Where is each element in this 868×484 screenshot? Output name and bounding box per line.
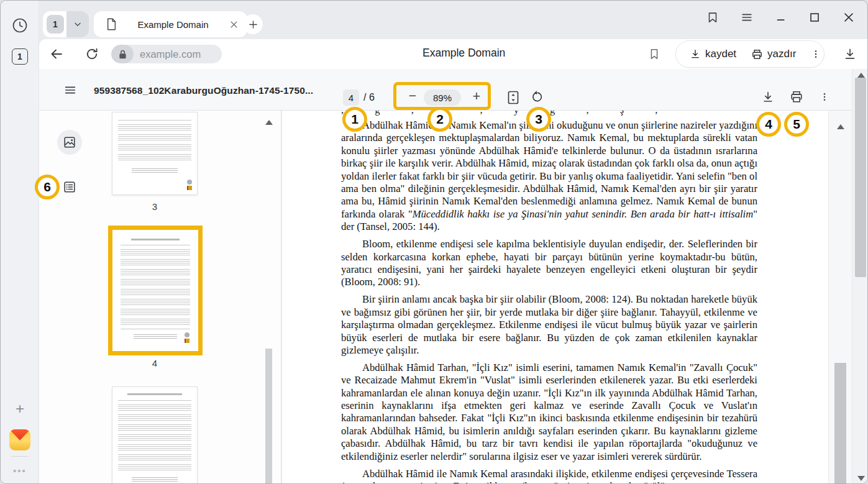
tab-counter-badge[interactable]: 1 [12, 48, 28, 65]
tab-title: Example Domain [117, 19, 229, 30]
window-close-button[interactable] [842, 11, 856, 24]
page-thumbnail-3[interactable] [112, 112, 197, 194]
page-thumbnail-4[interactable] [116, 234, 194, 347]
url-text: example.com [140, 45, 201, 63]
pdf-toolbar: 959387568_102KaraburguOğuzhan-1745-1750.… [39, 69, 852, 111]
download-icon [761, 90, 775, 105]
browser-window: 1 + ••• 1 Example Domain [0, 0, 868, 484]
annotation-circle-2: 2 [427, 107, 452, 132]
thumbnail-3-label: 3 [142, 201, 167, 212]
lock-icon [119, 50, 127, 59]
mail-app-icon[interactable] [9, 429, 30, 450]
zoom-level-value[interactable]: 89% [424, 89, 461, 106]
bookmark-flag-icon [706, 11, 720, 24]
browser-toolbar: example.com Example Domain kaydet yazdır [39, 39, 868, 69]
page-doc-icon [106, 18, 117, 30]
page-thumbnail-5[interactable] [112, 387, 197, 484]
printer-icon [790, 90, 803, 104]
pdf-page-content: , ğ , ş , y ğ , ş , Abdülhak Hâmid'in, N… [282, 111, 828, 484]
paragraph-2: Bloom, etkilenme endişesi sele kapılma b… [341, 238, 757, 289]
reload-button[interactable] [85, 47, 99, 62]
hamburger-icon [63, 83, 77, 97]
document-text: Abdülhak Hâmid'in, Namık Kemal'ın şiirle… [341, 119, 757, 484]
download-icon [843, 47, 857, 61]
page-title: Example Domain [423, 47, 505, 60]
page-scroll-down-arrow[interactable] [857, 476, 865, 481]
rotate-button[interactable] [531, 90, 546, 105]
pdf-download-button[interactable] [761, 90, 776, 105]
lock-chip[interactable] [111, 45, 134, 63]
annotation-circle-3: 3 [526, 107, 551, 132]
sidebar-scrollbar-thumb[interactable] [265, 349, 272, 484]
fit-to-page-button[interactable] [506, 90, 521, 105]
paragraph-1: Abdülhak Hâmid'in, Namık Kemal'ın şiirle… [341, 119, 757, 234]
page-actions-more-button[interactable] [806, 48, 826, 60]
back-arrow-icon [49, 47, 64, 62]
pdf-thumbnails-panel: 3 4 [39, 111, 281, 484]
pdf-print-button[interactable] [790, 90, 805, 105]
pdf-scroll-up-arrow[interactable] [837, 124, 844, 129]
tab-bar: 1 Example Domain [39, 1, 868, 39]
bookmark-page-button[interactable] [647, 47, 661, 61]
zoom-in-button[interactable]: + [470, 88, 483, 105]
page-scroll-up-arrow[interactable] [857, 73, 865, 78]
annotation-circle-6: 6 [35, 175, 60, 199]
thumbnail-view-button[interactable] [57, 130, 82, 155]
browser-menu-button[interactable] [740, 11, 754, 24]
hamburger-icon [740, 11, 754, 24]
fit-page-icon [506, 90, 520, 105]
paragraph-5: Abdülhak Hâmid ile Namık Kemal arasındak… [341, 468, 757, 484]
annotation-circle-5: 5 [784, 112, 809, 137]
sidebar-divider [11, 456, 29, 457]
kebab-menu-icon [811, 48, 821, 60]
page-thumbnail-4-selected[interactable] [108, 226, 203, 355]
sidebar-scroll-up-arrow[interactable] [265, 120, 273, 125]
image-icon [63, 135, 76, 149]
chevron-down-icon [73, 20, 82, 29]
zoom-out-button[interactable]: − [406, 88, 419, 104]
page-scrollbar-thumb[interactable] [855, 78, 866, 277]
page-scrollbar[interactable] [852, 69, 868, 484]
pdf-scrollbar-thumb[interactable] [834, 363, 846, 484]
rotate-ccw-icon [531, 90, 544, 104]
printer-icon [751, 48, 763, 60]
tab-group-expand-button[interactable] [66, 11, 89, 37]
paragraph-4: Abdülhak Hâmid Tarhan, "İçli Kız" isimli… [341, 362, 757, 463]
page-number-input[interactable]: 4 [343, 89, 359, 106]
annotation-circle-1: 1 [342, 107, 367, 132]
pdf-more-button[interactable] [820, 91, 834, 106]
downloads-button[interactable] [843, 47, 857, 61]
minimize-icon [775, 11, 788, 24]
outline-view-button[interactable] [63, 180, 76, 194]
bookmarks-flag-button[interactable] [706, 11, 720, 24]
annotation-circle-4: 4 [756, 112, 781, 137]
document-outline-icon [63, 180, 76, 194]
reload-icon [85, 47, 99, 62]
pdf-scrollbar[interactable] [828, 111, 852, 484]
new-tab-button[interactable] [243, 14, 263, 34]
paragraph-3: Bir şiirin anlamı ancak başka bir şiir o… [341, 293, 757, 357]
page-actions-group: kaydet yazdır [675, 40, 825, 68]
tab-group-chip[interactable]: 1 [43, 11, 89, 37]
maximize-icon [808, 11, 821, 24]
download-icon [690, 48, 701, 60]
save-label: kaydet [705, 48, 736, 60]
sidebar-add-button[interactable]: + [13, 403, 27, 416]
window-maximize-button[interactable] [808, 11, 821, 24]
page-count-label: / 6 [363, 92, 375, 103]
tab-example-domain[interactable]: Example Domain [94, 11, 247, 37]
pdf-sidebar-toggle-button[interactable] [63, 83, 77, 97]
sidebar-more-button[interactable]: ••• [1, 465, 39, 476]
history-clock-icon[interactable] [12, 17, 28, 34]
window-minimize-button[interactable] [775, 11, 788, 24]
bookmark-icon [647, 47, 661, 61]
tab-close-icon[interactable] [229, 20, 239, 29]
thumbnail-4-label: 4 [142, 358, 167, 368]
address-bar[interactable]: example.com [111, 45, 222, 63]
print-label: yazdır [767, 48, 796, 60]
tab-group-count[interactable]: 1 [47, 15, 64, 34]
print-button[interactable]: yazdır [746, 48, 801, 60]
save-button[interactable]: kaydet [685, 48, 741, 60]
back-button[interactable] [49, 47, 64, 62]
close-icon [842, 11, 856, 24]
